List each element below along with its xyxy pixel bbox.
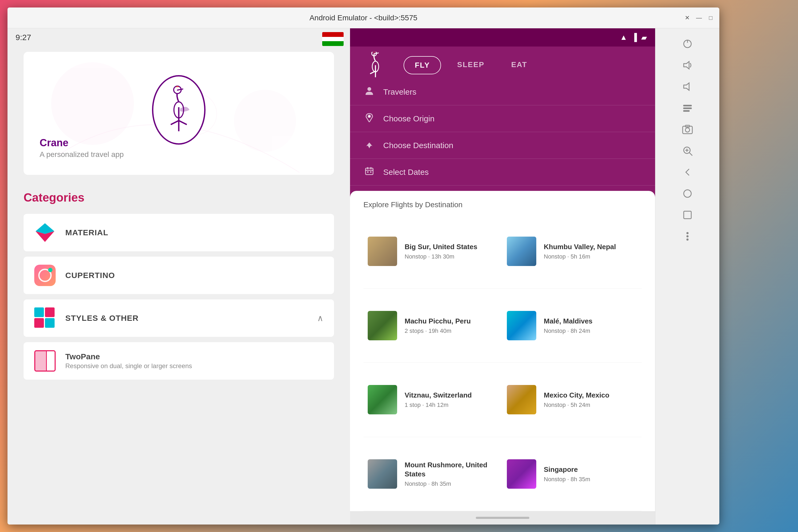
svg-point-42 bbox=[686, 239, 689, 241]
tab-eat[interactable]: EAT bbox=[501, 56, 538, 74]
airplane-icon bbox=[363, 139, 375, 152]
tab-fly[interactable]: FLY bbox=[403, 56, 441, 74]
material-label: MATERIAL bbox=[65, 228, 108, 237]
hero-text: Crane A personalized travel app bbox=[40, 137, 124, 159]
styles-pink-square-2 bbox=[34, 318, 44, 328]
emulator-home-button[interactable] bbox=[680, 186, 695, 201]
chevron-up-icon[interactable]: ∧ bbox=[317, 313, 323, 323]
emulator-square-button[interactable] bbox=[680, 207, 695, 223]
dest-thumb-machu bbox=[368, 311, 397, 340]
dest-info-vitznau: Vitznau, Switzerland 1 stop · 14h 12m bbox=[405, 391, 472, 408]
crane-circle bbox=[152, 75, 205, 145]
left-content: Crane A personalized travel app Categori… bbox=[7, 46, 350, 390]
left-panel-gallery: 9:27 bbox=[7, 28, 350, 525]
cupertino-icon bbox=[34, 265, 56, 286]
category-item-material[interactable]: MATERIAL bbox=[23, 214, 334, 251]
twopane-subtitle: Responsive on dual, single or larger scr… bbox=[65, 362, 192, 370]
svg-point-1 bbox=[234, 90, 296, 152]
destination-item-khumbu[interactable]: Khumbu Valley, Nepal Nonstop · 5h 16m bbox=[503, 214, 642, 289]
crane-app-logo bbox=[363, 52, 387, 79]
close-button[interactable]: ✕ bbox=[683, 14, 691, 22]
destination-label: Choose Destination bbox=[383, 141, 453, 150]
crane-app-header: FLY SLEEP EAT bbox=[350, 46, 655, 79]
svg-line-5 bbox=[179, 120, 187, 125]
emulator-tags-button[interactable] bbox=[680, 100, 695, 115]
flag-green-stripe bbox=[322, 41, 344, 46]
minimize-button[interactable]: — bbox=[695, 14, 703, 22]
dates-label: Select Dates bbox=[383, 168, 429, 177]
emulator-camera-button[interactable] bbox=[680, 122, 695, 137]
dest-route-singapore: Nonstop · 8h 35m bbox=[544, 476, 590, 483]
svg-marker-27 bbox=[684, 83, 689, 90]
origin-label: Choose Origin bbox=[383, 114, 435, 123]
status-bar-right: ▲ ▐ ▰ bbox=[350, 28, 655, 46]
material-diamond-svg bbox=[34, 222, 56, 243]
emulator-back-button[interactable] bbox=[680, 165, 695, 179]
styles-row-bottom bbox=[34, 318, 56, 328]
dest-name-singapore: Singapore bbox=[544, 465, 590, 474]
twopane-left-pane bbox=[35, 351, 46, 370]
category-item-cupertino[interactable]: CUPERTINO bbox=[23, 256, 334, 294]
svg-marker-26 bbox=[684, 61, 689, 69]
dest-thumb-male bbox=[507, 311, 536, 340]
explore-header: Explore Flights by Destination bbox=[350, 191, 655, 214]
twopane-title: TwoPane bbox=[65, 352, 192, 361]
svg-rect-18 bbox=[365, 168, 373, 175]
dest-info-rushmore: Mount Rushmore, United States Nonstop · … bbox=[405, 461, 498, 487]
maximize-button[interactable]: □ bbox=[706, 14, 715, 22]
destinations-bottom-sheet: Explore Flights by Destination Big Sur, … bbox=[350, 191, 655, 525]
styles-pink-square bbox=[45, 307, 55, 317]
svg-rect-28 bbox=[683, 105, 692, 107]
wifi-icon: ▲ bbox=[620, 33, 627, 42]
styles-icon bbox=[34, 307, 56, 329]
window-title: Android Emulator - <build>:5575 bbox=[309, 14, 417, 22]
window-controls: ✕ — □ bbox=[683, 14, 715, 22]
styles-teal-square-2 bbox=[45, 318, 55, 328]
nav-bottom-bar bbox=[350, 511, 655, 525]
hero-card[interactable]: Crane A personalized travel app bbox=[23, 52, 334, 175]
dest-info-mexico: Mexico City, Mexico Nonstop · 5h 24m bbox=[544, 391, 609, 408]
select-dates-row[interactable]: Select Dates bbox=[350, 159, 655, 186]
svg-point-17 bbox=[368, 115, 370, 117]
dest-route-machu: 2 stops · 19h 40m bbox=[405, 327, 471, 335]
content-area: 9:27 bbox=[7, 28, 719, 525]
dest-name-machu: Machu Picchu, Peru bbox=[405, 317, 471, 326]
emulator-volume-up-button[interactable] bbox=[680, 58, 695, 73]
status-time: 9:27 bbox=[16, 33, 31, 42]
destination-item-singapore[interactable]: Singapore Nonstop · 8h 35m bbox=[503, 437, 642, 511]
category-item-styles[interactable]: STYLES & OTHER ∧ bbox=[23, 299, 334, 337]
tab-sleep[interactable]: SLEEP bbox=[446, 56, 495, 74]
choose-origin-row[interactable]: Choose Origin bbox=[350, 105, 655, 132]
svg-point-40 bbox=[686, 232, 689, 234]
signal-icon: ▐ bbox=[632, 33, 637, 42]
emulator-volume-down-button[interactable] bbox=[680, 79, 695, 94]
destination-item-vitznau[interactable]: Vitznau, Switzerland 1 stop · 14h 12m bbox=[363, 363, 503, 437]
twopane-icon bbox=[34, 350, 56, 372]
app-name: Crane bbox=[40, 137, 124, 149]
flag-white-stripe bbox=[322, 37, 344, 41]
travelers-row[interactable]: Travelers bbox=[350, 79, 655, 105]
travelers-label: Travelers bbox=[383, 88, 416, 96]
destination-item-bigsur[interactable]: Big Sur, United States Nonstop · 13h 30m bbox=[363, 214, 503, 289]
destination-item-male[interactable]: Malé, Maldives Nonstop · 8h 24m bbox=[503, 289, 642, 363]
choose-destination-row[interactable]: Choose Destination bbox=[350, 132, 655, 159]
dest-route-rushmore: Nonstop · 8h 35m bbox=[405, 480, 498, 487]
category-item-twopane[interactable]: TwoPane Responsive on dual, single or la… bbox=[23, 342, 334, 380]
emulator-power-button[interactable] bbox=[680, 36, 695, 51]
app-subtitle: A personalized travel app bbox=[40, 150, 124, 159]
destination-item-mexico[interactable]: Mexico City, Mexico Nonstop · 5h 24m bbox=[503, 363, 642, 437]
dest-name-khumbu: Khumbu Valley, Nepal bbox=[544, 243, 616, 251]
dest-route-khumbu: Nonstop · 5h 16m bbox=[544, 253, 616, 260]
svg-point-41 bbox=[686, 235, 689, 238]
navigation-tabs: FLY SLEEP EAT bbox=[403, 56, 538, 74]
twopane-right-pane bbox=[47, 351, 55, 370]
destination-item-rushmore[interactable]: Mount Rushmore, United States Nonstop · … bbox=[363, 437, 503, 511]
emulator-zoom-in-button[interactable] bbox=[680, 143, 695, 158]
styles-row-top bbox=[34, 307, 56, 317]
emulator-more-button[interactable] bbox=[680, 229, 695, 244]
svg-point-32 bbox=[685, 128, 690, 132]
destination-item-machu[interactable]: Machu Picchu, Peru 2 stops · 19h 40m bbox=[363, 289, 503, 363]
dest-route-vitznau: 1 stop · 14h 12m bbox=[405, 401, 472, 408]
dest-name-mexico: Mexico City, Mexico bbox=[544, 391, 609, 400]
dest-route-bigsur: Nonstop · 13h 30m bbox=[405, 253, 477, 260]
